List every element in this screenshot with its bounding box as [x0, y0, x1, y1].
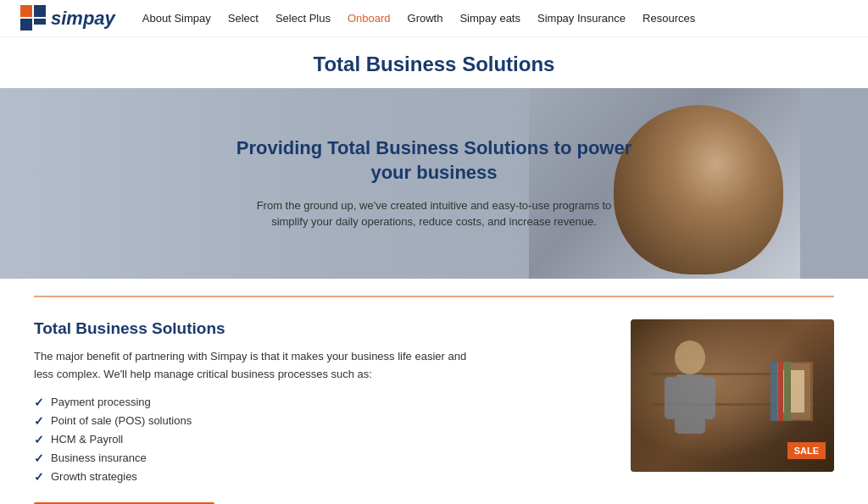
nav-resources[interactable]: Resources: [643, 12, 695, 25]
list-item-text: Business insurance: [51, 451, 147, 464]
svg-rect-1: [34, 5, 46, 17]
nav-onboard[interactable]: Onboard: [348, 12, 391, 25]
svg-rect-7: [704, 377, 715, 419]
section-title: Total Business Solutions: [34, 319, 597, 338]
check-icon: ✓: [34, 433, 44, 446]
divider-section: [0, 279, 868, 306]
hero-title: Providing Total Business Solutions to po…: [222, 136, 646, 185]
hero-banner: Providing Total Business Solutions to po…: [0, 88, 868, 279]
sale-badge: SALE: [787, 442, 826, 459]
page-title: Total Business Solutions: [0, 53, 868, 76]
check-icon: ✓: [34, 470, 44, 484]
list-item-text: Payment processing: [51, 396, 151, 408]
logo-text: simpay: [51, 8, 115, 30]
section-description: The major benefit of partnering with Sim…: [34, 348, 475, 384]
section-divider: [34, 296, 834, 297]
logo[interactable]: simpay: [20, 5, 115, 32]
list-item-text: Growth strategies: [51, 470, 137, 483]
nav-select-plus[interactable]: Select Plus: [275, 12, 331, 25]
books-decoration: [766, 345, 817, 429]
business-image: SALE: [631, 319, 834, 472]
svg-rect-13: [784, 362, 791, 421]
list-item: ✓ HCM & Payroll: [34, 433, 597, 446]
list-item-text: Point of sale (POS) solutions: [51, 414, 192, 427]
svg-rect-11: [771, 362, 777, 421]
svg-rect-3: [34, 19, 46, 25]
svg-rect-2: [20, 19, 32, 30]
list-item: ✓ Payment processing: [34, 396, 597, 409]
svg-rect-5: [675, 374, 705, 434]
nav-select[interactable]: Select: [228, 12, 259, 25]
check-icon: ✓: [34, 451, 44, 465]
svg-rect-0: [20, 5, 32, 17]
main-nav: About Simpay Select Select Plus Onboard …: [142, 12, 695, 25]
check-icon: ✓: [34, 414, 44, 428]
check-icon: ✓: [34, 396, 44, 409]
person-silhouette: [656, 336, 724, 455]
list-item: ✓ Business insurance: [34, 451, 597, 465]
content-left: Total Business Solutions The major benef…: [34, 319, 597, 504]
checklist: ✓ Payment processing ✓ Point of sale (PO…: [34, 396, 597, 484]
svg-rect-6: [665, 377, 676, 419]
hero-subtitle: From the ground up, we've created intuit…: [248, 197, 620, 230]
list-item: ✓ Point of sale (POS) solutions: [34, 414, 597, 428]
nav-about[interactable]: About Simpay: [142, 12, 211, 25]
content-right: SALE: [631, 319, 834, 472]
site-header: simpay About Simpay Select Select Plus O…: [0, 0, 868, 37]
nav-simpay-eats[interactable]: Simpay eats: [459, 12, 520, 25]
page-title-bar: Total Business Solutions: [0, 37, 868, 88]
svg-point-4: [675, 341, 705, 374]
list-item: ✓ Growth strategies: [34, 470, 597, 484]
main-content: Total Business Solutions The major benef…: [0, 306, 868, 504]
list-item-text: HCM & Payroll: [51, 433, 123, 446]
nav-growth[interactable]: Growth: [408, 12, 443, 25]
svg-rect-12: [778, 362, 783, 421]
hero-overlay: Providing Total Business Solutions to po…: [0, 88, 868, 279]
nav-simpay-insurance[interactable]: Simpay Insurance: [537, 12, 626, 25]
